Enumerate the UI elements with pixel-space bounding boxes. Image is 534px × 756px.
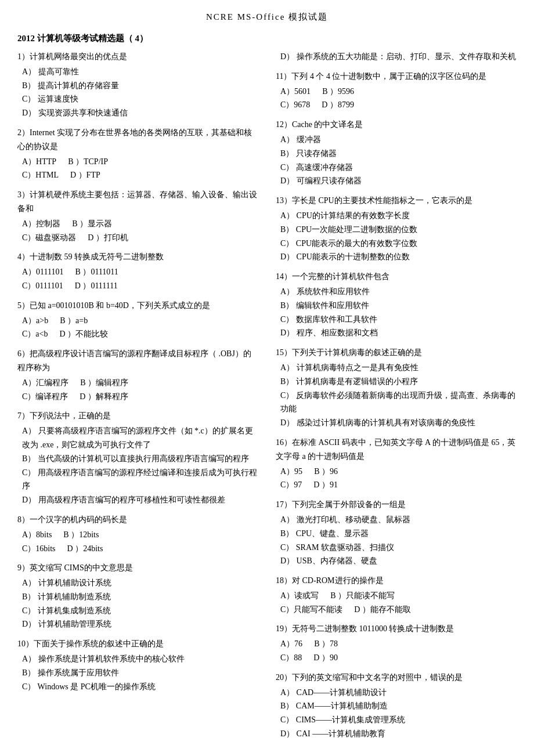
option-2a: A）HTTP xyxy=(22,155,56,169)
option-10b: B） 操作系统属于应用软件 xyxy=(22,666,258,680)
option-16c: C）97 xyxy=(280,478,302,492)
right-column: D） 操作系统的五大功能是：启动、打印、显示、文件存取和关机 11）下列 4 个… xyxy=(276,50,517,747)
question-18: 18）对 CD-ROM进行的操作是 A）读或写 B ）只能读不能写 C）只能写不… xyxy=(276,574,517,616)
option-8d: D ）24bits xyxy=(67,542,103,556)
option-12c: C） 高速缓冲存储器 xyxy=(280,161,517,175)
option-1c: C） 运算速度快 xyxy=(22,92,258,106)
option-1d: D） 实现资源共享和快速通信 xyxy=(22,106,258,120)
question-10: 10）下面关于操作系统的叙述中正确的是 A） 操作系统是计算机软件系统中的核心软… xyxy=(17,637,258,693)
option-6b: B ）编辑程序 xyxy=(80,376,128,390)
option-16b: B ）96 xyxy=(314,465,338,479)
option-11b: B ）9596 xyxy=(322,85,354,99)
option-6d: D ）解释程序 xyxy=(80,390,128,404)
question-14: 14）一个完整的计算机软件包含 A） 系统软件和应用软件 B） 编辑软件和应用软… xyxy=(276,270,517,340)
option-17b: B） CPU、键盘、显示器 xyxy=(280,527,517,541)
question-1: 1）计算机网络最突出的优点是 A） 提高可靠性 B） 提高计算机的存储容量 C）… xyxy=(17,50,258,120)
question-4: 4）十进制数 59 转换成无符号二进制整数 A）0111101 B ）01110… xyxy=(17,250,258,292)
question-2: 2）Internet 实现了分布在世界各地的各类网络的互联，其基础和核心的协议是… xyxy=(17,126,258,182)
option-16a: A）95 xyxy=(280,465,302,479)
question-8: 8）一个汉字的机内码的码长是 A）8bits B ）12bits C）16bit… xyxy=(17,513,258,555)
option-1b: B） 提高计算机的存储容量 xyxy=(22,79,258,93)
option-17a: A） 激光打印机、移动硬盘、鼠标器 xyxy=(280,513,517,527)
option-12d: D） 可编程只读存储器 xyxy=(280,174,517,188)
option-20c: C） CIMS——计算机集成管理系统 xyxy=(280,713,517,727)
option-8c: C）16bits xyxy=(22,542,56,556)
question-6: 6）把高级程序设计语言编写的源程序翻译成目标程序（ .OBJ）的程序称为 A）汇… xyxy=(17,347,258,403)
option-19d: D ）90 xyxy=(313,651,338,665)
option-4a: A）0111101 xyxy=(22,265,64,279)
question-3: 3）计算机硬件系统主要包括：运算器、存储器、输入设备、输出设备和 A）控制器 B… xyxy=(17,188,258,244)
option-13a: A） CPU的计算结果的有效数字长度 xyxy=(280,209,517,223)
option-19b: B ）78 xyxy=(314,637,338,651)
option-14b: B） 编辑软件和应用软件 xyxy=(280,299,517,313)
option-13c: C） CPU能表示的最大的有效数字位数 xyxy=(280,237,517,251)
option-3d: D ）打印机 xyxy=(88,231,128,245)
header: NCRE MS-Office 模拟试题 xyxy=(17,12,517,23)
option-15d: D） 感染过计算机病毒的计算机具有对该病毒的免疫性 xyxy=(280,416,517,430)
option-15b: B） 计算机病毒是有逻辑错误的小程序 xyxy=(280,375,517,389)
option-5c: C）a<b xyxy=(22,327,48,341)
question-13: 13）字长是 CPU的主要技术性能指标之一，它表示的是 A） CPU的计算结果的… xyxy=(276,194,517,264)
option-15c: C） 反病毒软件必须随着新病毒的出现而升级，提高查、杀病毒的功能 xyxy=(280,389,517,417)
question-7: 7）下列说法中，正确的是 A） 只要将高级程序语言编写的源程序文件（如 *.c）… xyxy=(17,409,258,507)
header-title: NCRE MS-Office 模拟试题 xyxy=(206,12,328,21)
option-14d: D） 程序、相应数据和文档 xyxy=(280,326,517,340)
option-11a: A）5601 xyxy=(280,85,311,99)
question-11: 11）下列 4 个 4 位十进制数中，属于正确的汉字区位码的是 A）5601 B… xyxy=(276,70,517,112)
option-8b: B ）12bits xyxy=(63,528,99,542)
option-9a: A） 计算机辅助设计系统 xyxy=(22,576,258,590)
option-20a: A） CAD——计算机辅助设计 xyxy=(280,686,517,700)
option-18c: C）只能写不能读 xyxy=(280,603,342,617)
option-2c: C）HTML xyxy=(22,168,59,182)
option-16d: D ）91 xyxy=(313,478,338,492)
option-17d: D） USB、内存储器、硬盘 xyxy=(280,554,517,568)
option-3b: B ）显示器 xyxy=(72,217,112,231)
section-title: 2012 计算机等级考试精选题（ 4） xyxy=(17,33,517,44)
option-7b: B） 当代高级的计算机可以直接执行用高级程序语言编写的程序 xyxy=(22,452,258,466)
option-2d: D ）FTP xyxy=(70,168,100,182)
option-7c: C） 用高级程序语言编写的源程序经过编译和连接后成为可执行程序 xyxy=(22,466,258,494)
option-9c: C） 计算机集成制造系统 xyxy=(22,604,258,618)
option-19c: C）88 xyxy=(280,651,302,665)
option-12b: B） 只读存储器 xyxy=(280,147,517,161)
option-5b: B ）a=b xyxy=(60,314,88,328)
question-12: 12）Cache 的中文译名是 A） 缓冲器 B） 只读存储器 C） 高速缓冲存… xyxy=(276,118,517,188)
option-19a: A）76 xyxy=(280,637,302,651)
option-18a: A）读或写 xyxy=(280,589,319,603)
option-4c: C）0111101 xyxy=(22,279,63,293)
question-9: 9）英文缩写 CIMS的中文意思是 A） 计算机辅助设计系统 B） 计算机辅助制… xyxy=(17,561,258,631)
question-20: 20）下列的英文缩写和中文名字的对照中，错误的是 A） CAD——计算机辅助设计… xyxy=(276,671,517,741)
option-20b: B） CAM——计算机辅助制造 xyxy=(280,699,517,713)
left-column: 1）计算机网络最突出的优点是 A） 提高可靠性 B） 提高计算机的存储容量 C）… xyxy=(17,50,258,747)
option-11c: C）9678 xyxy=(280,98,310,112)
option-5a: A）a>b xyxy=(22,314,48,328)
option-17c: C） SRAM 软盘驱动器、扫描仪 xyxy=(280,541,517,555)
option-10d: D） 操作系统的五大功能是：启动、打印、显示、文件存取和关机 xyxy=(280,50,517,64)
option-10a: A） 操作系统是计算机软件系统中的核心软件 xyxy=(22,652,258,666)
option-4d: D ）0111111 xyxy=(75,279,118,293)
question-10d: D） 操作系统的五大功能是：启动、打印、显示、文件存取和关机 xyxy=(276,50,517,64)
option-7d: D） 用高级程序语言编写的程序可移植性和可读性都很差 xyxy=(22,493,258,507)
option-18b: B ）只能读不能写 xyxy=(330,589,395,603)
option-7a: A） 只要将高级程序语言编写的源程序文件（如 *.c）的扩展名更改为 .exe，… xyxy=(22,424,258,452)
option-14c: C） 数据库软件和工具软件 xyxy=(280,313,517,327)
option-10c: C） Windows 是 PC机唯一的操作系统 xyxy=(22,680,258,694)
option-3c: C）磁盘驱动器 xyxy=(22,231,76,245)
question-19: 19）无符号二进制整数 1011000 转换成十进制数是 A）76 B ）78 … xyxy=(276,622,517,664)
option-13d: D） CPU能表示的十进制整数的位数 xyxy=(280,250,517,264)
option-18d: D ）能存不能取 xyxy=(354,603,411,617)
option-12a: A） 缓冲器 xyxy=(280,133,517,147)
option-11d: D ）8799 xyxy=(322,98,354,112)
option-5d: D ）不能比较 xyxy=(59,327,108,341)
option-2b: B ）TCP/IP xyxy=(68,155,108,169)
option-6c: C）编译程序 xyxy=(22,390,68,404)
question-17: 17）下列完全属于外部设备的一组是 A） 激光打印机、移动硬盘、鼠标器 B） C… xyxy=(276,498,517,568)
question-15: 15）下列关于计算机病毒的叙述正确的是 A） 计算机病毒特点之一是具有免疫性 B… xyxy=(276,346,517,430)
option-9b: B） 计算机辅助制造系统 xyxy=(22,590,258,604)
option-20d: D） CAI ——计算机辅助教育 xyxy=(280,727,517,741)
option-3a: A）控制器 xyxy=(22,217,60,231)
option-13b: B） CPU一次能处理二进制数据的位数 xyxy=(280,223,517,237)
question-5: 5）已知 a=00101010B 和 b=40D，下列关系式成立的是 A）a>b… xyxy=(17,299,258,341)
option-1a: A） 提高可靠性 xyxy=(22,65,258,79)
option-4b: B ）0111011 xyxy=(75,265,118,279)
